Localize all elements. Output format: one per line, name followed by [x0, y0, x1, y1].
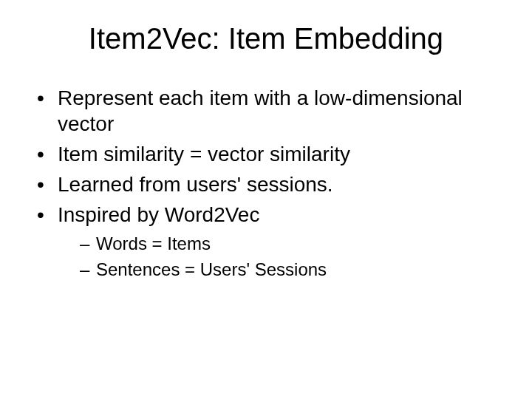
bullet-item: Learned from users' sessions. — [37, 171, 502, 197]
bullet-item-text: Inspired by Word2Vec — [58, 203, 259, 226]
bullet-item: Inspired by Word2Vec Words = Items Sente… — [37, 202, 502, 281]
sub-bullet-item: Words = Items — [80, 232, 502, 255]
slide: Item2Vec: Item Embedding Represent each … — [0, 0, 532, 399]
bullet-list: Represent each item with a low-dimension… — [37, 85, 502, 281]
bullet-item: Represent each item with a low-dimension… — [37, 85, 502, 137]
slide-title: Item2Vec: Item Embedding — [30, 22, 502, 55]
sub-bullet-item: Sentences = Users' Sessions — [80, 258, 502, 281]
sub-bullet-list: Words = Items Sentences = Users' Session… — [80, 232, 502, 281]
bullet-item: Item similarity = vector similarity — [37, 141, 502, 167]
